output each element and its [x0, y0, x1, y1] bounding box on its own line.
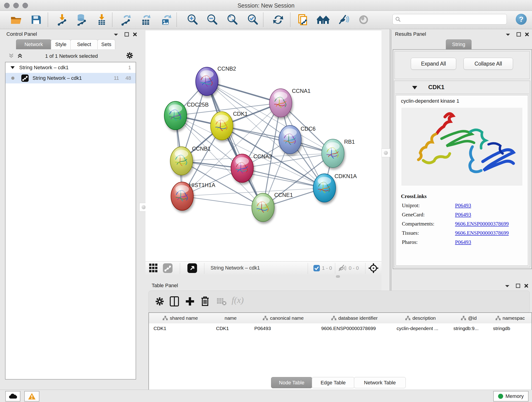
- network-edge[interactable]: [222, 126, 333, 153]
- collapse-all-button[interactable]: Collapse All: [463, 58, 513, 70]
- panel-float-icon[interactable]: [124, 32, 129, 37]
- column-header-description[interactable]: description: [392, 313, 449, 323]
- crosslink-link[interactable]: 9606.ENSP00000378699: [455, 221, 509, 227]
- import-table-file-icon[interactable]: [95, 13, 109, 27]
- network-overview-icon[interactable]: [316, 13, 330, 27]
- memory-button[interactable]: Memory: [493, 391, 529, 402]
- network-node-CDC6[interactable]: [279, 125, 301, 154]
- panel-float-icon[interactable]: [516, 283, 520, 288]
- network-node-RB1[interactable]: [322, 139, 344, 167]
- show-graphics-details-icon[interactable]: [356, 13, 371, 27]
- network-node-CDC25B[interactable]: [164, 101, 187, 130]
- panel-close-icon[interactable]: [524, 283, 529, 288]
- delete-table-icon[interactable]: [216, 298, 227, 306]
- search-input[interactable]: [401, 16, 504, 22]
- warning-icon[interactable]: [24, 391, 39, 402]
- table-cell[interactable]: CDK1: [149, 323, 211, 333]
- open-session-icon[interactable]: [9, 13, 23, 27]
- network-node-CCNA2[interactable]: [231, 154, 253, 182]
- function-builder-icon[interactable]: f(x): [232, 295, 244, 305]
- expand-all-button[interactable]: Expand All: [411, 58, 456, 70]
- export-table-icon[interactable]: [139, 13, 153, 27]
- section-expander-icon[interactable]: [412, 86, 417, 89]
- table-toolbar: f(x): [148, 291, 530, 313]
- panel-menu-icon[interactable]: [505, 284, 510, 288]
- tab-network-table[interactable]: Network Table: [354, 377, 406, 388]
- panel-float-icon[interactable]: [516, 32, 521, 37]
- tab-network[interactable]: Network: [16, 39, 51, 49]
- help-icon[interactable]: ?: [516, 14, 527, 25]
- collection-expander-icon[interactable]: [11, 66, 15, 69]
- tab-select[interactable]: Select: [70, 39, 98, 49]
- import-network-database-icon[interactable]: [74, 13, 89, 27]
- network-node-CCNB1[interactable]: [170, 147, 193, 175]
- tab-style[interactable]: Style: [51, 39, 71, 49]
- node-label: CCNE1: [274, 192, 293, 198]
- delete-column-icon[interactable]: [201, 296, 210, 306]
- network-node-CCNB2[interactable]: [196, 67, 218, 96]
- table-cell[interactable]: stringdb: [488, 323, 532, 333]
- column-header-shared-name[interactable]: shared name: [149, 313, 212, 323]
- table-cell[interactable]: cyclin-dependent ...: [392, 323, 449, 333]
- panel-menu-icon[interactable]: [505, 33, 510, 36]
- table-settings-gear-icon[interactable]: [155, 297, 164, 306]
- tab-node-table[interactable]: Node Table: [271, 377, 312, 388]
- horizontal-splitter-handle[interactable]: [336, 275, 340, 278]
- zoom-fit-icon[interactable]: [225, 13, 239, 27]
- column-header-database-identifier[interactable]: database identifier: [317, 313, 392, 323]
- share-network-icon[interactable]: [163, 263, 172, 273]
- network-row[interactable]: String Network – cdk1 11 48: [6, 73, 136, 83]
- crosslink-link[interactable]: P06493: [455, 203, 471, 209]
- column-header-id[interactable]: @id: [449, 313, 489, 323]
- panel-close-icon[interactable]: [133, 32, 137, 37]
- create-column-icon[interactable]: [185, 296, 195, 306]
- selected-checkbox-icon[interactable]: [313, 265, 320, 271]
- network-node-CDKN1A[interactable]: [313, 174, 336, 202]
- clone-network-icon[interactable]: [296, 13, 310, 27]
- apply-layout-icon[interactable]: [271, 13, 285, 27]
- panel-close-icon[interactable]: [525, 32, 529, 37]
- collapse-all-networks-icon[interactable]: [8, 53, 14, 59]
- network-node-CDK1[interactable]: [210, 112, 233, 140]
- birdseye-view-icon[interactable]: [187, 263, 197, 273]
- tab-string[interactable]: String: [446, 39, 472, 49]
- column-header-name[interactable]: name: [211, 313, 250, 323]
- crosslink-link[interactable]: 9606.ENSP00000378699: [455, 230, 509, 236]
- tab-edge-table[interactable]: Edge Table: [312, 377, 355, 388]
- shared-column-icon: [331, 316, 336, 321]
- hide-graphics-details-icon[interactable]: [336, 13, 351, 27]
- zoom-in-icon[interactable]: [185, 13, 200, 27]
- network-node-CCNE1[interactable]: [252, 193, 274, 222]
- grid-view-icon[interactable]: [149, 264, 160, 273]
- network-options-gear-icon[interactable]: [126, 52, 133, 59]
- table-cell[interactable]: 9606.ENSP00000378699: [317, 323, 392, 333]
- crosslink-link[interactable]: P06493: [455, 212, 471, 218]
- expand-all-networks-icon[interactable]: [17, 53, 23, 59]
- crosslinks-heading: CrossLinks: [401, 193, 528, 199]
- network-collection-row[interactable]: String Network – cdk1 1: [6, 62, 136, 73]
- zoom-out-icon[interactable]: [205, 13, 219, 27]
- save-session-icon[interactable]: [29, 13, 43, 27]
- toggle-panel-columns-icon[interactable]: [170, 296, 179, 306]
- cloud-icon[interactable]: [5, 391, 20, 402]
- column-header-namespace[interactable]: namespac: [488, 313, 532, 323]
- network-edge[interactable]: [182, 196, 263, 207]
- control-panel-title: Control Panel: [6, 31, 37, 37]
- string-results-box: Expand All Collapse All CDK1 cyclin-depe…: [393, 49, 532, 269]
- network-node-CCNA1[interactable]: [269, 89, 292, 117]
- table-cell[interactable]: stringdb:9...: [449, 323, 488, 333]
- network-canvas[interactable]: CCNB2CCNA1CDC25BCDK1CDC6RB1CCNB1CCNA2CDK…: [146, 31, 381, 261]
- table-cell[interactable]: P06493: [250, 323, 317, 333]
- crosslink-link[interactable]: P06493: [455, 239, 471, 245]
- table-cell[interactable]: CDK1: [211, 323, 250, 333]
- tab-sets[interactable]: Sets: [97, 39, 115, 49]
- export-network-icon[interactable]: [119, 13, 133, 27]
- hidden-eye-slash-icon[interactable]: [338, 264, 346, 272]
- fit-selected-crosshair-icon[interactable]: [368, 263, 379, 274]
- import-network-file-icon[interactable]: [55, 13, 69, 27]
- zoom-selected-icon[interactable]: [246, 13, 260, 27]
- panel-menu-icon[interactable]: [114, 33, 119, 36]
- export-image-icon[interactable]: [159, 13, 173, 27]
- right-splitter-handle[interactable]: [381, 148, 390, 157]
- column-header-canonical-name[interactable]: canonical name: [250, 313, 317, 323]
